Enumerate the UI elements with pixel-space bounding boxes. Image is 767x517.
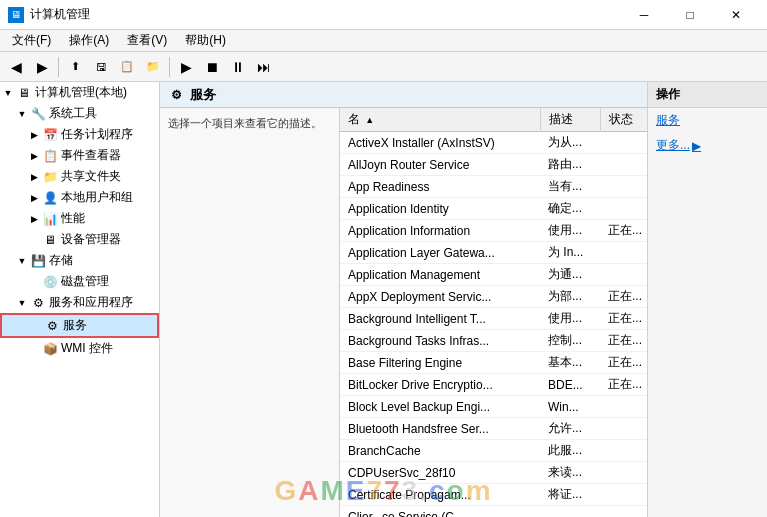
service-desc: 路由... [540, 154, 600, 176]
expand-icon: ▶ [28, 192, 40, 204]
toolbar-restart[interactable]: ⏭ [252, 55, 276, 79]
tree-root[interactable]: ▼ 🖥 计算机管理(本地) [0, 82, 159, 103]
table-row[interactable]: Application Identity 确定... 手 [340, 198, 647, 220]
table-row[interactable]: Background Tasks Infras... 控制... 正在... 自 [340, 330, 647, 352]
toolbar: ◀ ▶ ⬆ 🖫 📋 📁 ▶ ⏹ ⏸ ⏭ [0, 52, 767, 82]
service-name: BitLocker Drive Encryptio... [340, 374, 540, 396]
table-row[interactable]: CDPUserSvc_28f10 来读... 手 [340, 462, 647, 484]
services-table: 名 ▲ 描述 状态 启▲ [340, 108, 647, 517]
tree-wmi[interactable]: ▶ 📦 WMI 控件 [0, 338, 159, 359]
service-desc: 当有... [540, 176, 600, 198]
tree-event-viewer[interactable]: ▶ 📋 事件查看器 [0, 145, 159, 166]
services-apps-icon: ⚙ [30, 295, 46, 311]
col-desc[interactable]: 描述 [540, 108, 600, 132]
services-table-area[interactable]: 名 ▲ 描述 状态 启▲ [340, 108, 647, 517]
header-row: 名 ▲ 描述 状态 启▲ [340, 108, 647, 132]
table-row[interactable]: Application Information 使用... 正在... 手 [340, 220, 647, 242]
tree-performance[interactable]: ▶ 📊 性能 [0, 208, 159, 229]
table-row[interactable]: Application Management 为通... 手 [340, 264, 647, 286]
service-desc: 此服... [540, 440, 600, 462]
table-row[interactable]: BitLocker Drive Encryptio... BDE... 正在..… [340, 374, 647, 396]
table-row[interactable]: Block Level Backup Engi... Win... 手 [340, 396, 647, 418]
col-status[interactable]: 状态 [600, 108, 647, 132]
expand-icon: ▶ [28, 171, 40, 183]
service-name: CDPUserSvc_28f10 [340, 462, 540, 484]
col-name[interactable]: 名 ▲ [340, 108, 540, 132]
action-services[interactable]: 服务 [648, 108, 767, 133]
service-icon: ⚙ [44, 318, 60, 334]
table-row[interactable]: Certificate Propagam... 将证... 手 [340, 484, 647, 506]
toolbar-pause[interactable]: ⏸ [226, 55, 250, 79]
table-row[interactable]: ActiveX Installer (AxInstSV) 为从... 手 [340, 132, 647, 154]
toolbar-btn3[interactable]: 📋 [115, 55, 139, 79]
service-desc: 为从... [540, 132, 600, 154]
event-icon: 📋 [42, 148, 58, 164]
toolbar-btn4[interactable]: 📁 [141, 55, 165, 79]
expand-icon: ▶ [28, 213, 40, 225]
table-row[interactable]: Background Intelligent T... 使用... 正在... … [340, 308, 647, 330]
close-button[interactable]: ✕ [713, 0, 759, 30]
tree-task-scheduler[interactable]: ▶ 📅 任务计划程序 [0, 124, 159, 145]
folder-icon: 📁 [42, 169, 58, 185]
service-desc: 为部... [540, 286, 600, 308]
tree-item-label: 事件查看器 [61, 147, 121, 164]
disk-icon: 💿 [42, 274, 58, 290]
toolbar-back[interactable]: ◀ [4, 55, 28, 79]
service-name: ActiveX Installer (AxInstSV) [340, 132, 540, 154]
toolbar-sep-1 [58, 57, 59, 77]
minimize-button[interactable]: ─ [621, 0, 667, 30]
tree-disk-management[interactable]: ▶ 💿 磁盘管理 [0, 271, 159, 292]
expand-icon: ▶ [28, 129, 40, 141]
menu-view[interactable]: 查看(V) [119, 30, 175, 51]
service-name: Application Information [340, 220, 540, 242]
service-name: App Readiness [340, 176, 540, 198]
service-status [600, 462, 647, 484]
service-desc: BDE... [540, 374, 600, 396]
tree-device-manager[interactable]: ▶ 🖥 设备管理器 [0, 229, 159, 250]
menu-help[interactable]: 帮助(H) [177, 30, 234, 51]
table-row[interactable]: App Readiness 当有... 手 [340, 176, 647, 198]
expand-icon: ▼ [16, 255, 28, 267]
desc-text: 选择一个项目来查看它的描述。 [168, 117, 322, 129]
window-title: 计算机管理 [30, 6, 90, 23]
action-services-label: 服务 [656, 112, 680, 129]
tree-shared-folders[interactable]: ▶ 📁 共享文件夹 [0, 166, 159, 187]
service-name: Application Management [340, 264, 540, 286]
table-row[interactable]: Clier...ce Service (C... ... 手 [340, 506, 647, 518]
tree-storage[interactable]: ▼ 💾 存储 [0, 250, 159, 271]
tree-item-label: 共享文件夹 [61, 168, 121, 185]
tree-services[interactable]: ▶ ⚙ 服务 [0, 313, 159, 338]
service-desc: 基本... [540, 352, 600, 374]
toolbar-up[interactable]: ⬆ [63, 55, 87, 79]
service-name: Application Layer Gatewa... [340, 242, 540, 264]
maximize-button[interactable]: □ [667, 0, 713, 30]
services-header-icon: ⚙ [168, 87, 184, 103]
computer-icon: 🖥 [16, 85, 32, 101]
service-status [600, 506, 647, 518]
toolbar-forward[interactable]: ▶ [30, 55, 54, 79]
toolbar-play[interactable]: ▶ [174, 55, 198, 79]
table-row[interactable]: AllJoyn Router Service 路由... 手 [340, 154, 647, 176]
service-status [600, 484, 647, 506]
table-row[interactable]: AppX Deployment Servic... 为部... 正在... 手 [340, 286, 647, 308]
service-name: Bluetooth Handsfree Ser... [340, 418, 540, 440]
tree-item-label: WMI 控件 [61, 340, 113, 357]
tree-local-users[interactable]: ▶ 👤 本地用户和组 [0, 187, 159, 208]
table-row[interactable]: Bluetooth Handsfree Ser... 允许... 手 [340, 418, 647, 440]
service-name: Background Intelligent T... [340, 308, 540, 330]
action-more[interactable]: 更多... ▶ [648, 133, 767, 158]
table-row[interactable]: BranchCache 此服... 手 [340, 440, 647, 462]
tree-system-tools[interactable]: ▼ 🔧 系统工具 [0, 103, 159, 124]
toolbar-stop[interactable]: ⏹ [200, 55, 224, 79]
tools-icon: 🔧 [30, 106, 46, 122]
actions-panel: 操作 服务 更多... ▶ [647, 82, 767, 517]
tree-services-apps[interactable]: ▼ ⚙ 服务和应用程序 [0, 292, 159, 313]
table-row[interactable]: Base Filtering Engine 基本... 正在... 自 [340, 352, 647, 374]
toolbar-btn2[interactable]: 🖫 [89, 55, 113, 79]
service-name: AppX Deployment Servic... [340, 286, 540, 308]
tree-item-label: 设备管理器 [61, 231, 121, 248]
menu-action[interactable]: 操作(A) [61, 30, 117, 51]
table-row[interactable]: Application Layer Gatewa... 为 In... 手 [340, 242, 647, 264]
service-name: BranchCache [340, 440, 540, 462]
menu-file[interactable]: 文件(F) [4, 30, 59, 51]
